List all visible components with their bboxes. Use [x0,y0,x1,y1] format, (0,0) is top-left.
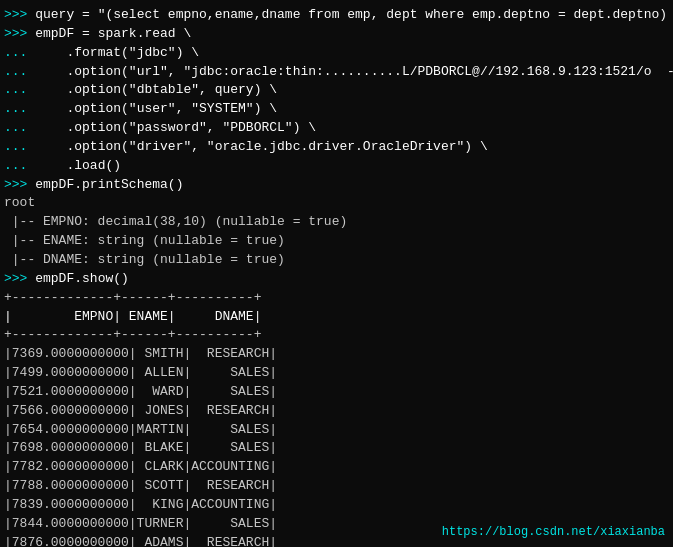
terminal-line: ... .option("driver", "oracle.jdbc.drive… [4,138,669,157]
terminal-line: >>> empDF.printSchema() [4,176,669,195]
terminal-line: ... .option("user", "SYSTEM") \ [4,100,669,119]
terminal-line: |-- ENAME: string (nullable = true) [4,232,669,251]
terminal-line: |7566.0000000000| JONES| RESEARCH| [4,402,669,421]
terminal-line: >>> empDF.show() [4,270,669,289]
terminal-line: |7782.0000000000| CLARK|ACCOUNTING| [4,458,669,477]
terminal-line: >>> query = "(select empno,ename,dname f… [4,6,669,25]
terminal-line: ... .option("dbtable", query) \ [4,81,669,100]
watermark: https://blog.csdn.net/xiaxianba [442,525,665,539]
terminal-line: | EMPNO| ENAME| DNAME| [4,308,669,327]
terminal-line: |-- EMPNO: decimal(38,10) (nullable = tr… [4,213,669,232]
terminal-line: ... .load() [4,157,669,176]
terminal-window: >>> query = "(select empno,ename,dname f… [0,0,673,547]
terminal-line: ... .option("url", "jdbc:oracle:thin:...… [4,63,669,82]
terminal-line: ... .option("password", "PDBORCL") \ [4,119,669,138]
terminal-line: +-------------+------+----------+ [4,326,669,345]
terminal-line: >>> empDF = spark.read \ [4,25,669,44]
terminal-line: |7369.0000000000| SMITH| RESEARCH| [4,345,669,364]
terminal-line: |7788.0000000000| SCOTT| RESEARCH| [4,477,669,496]
terminal-line: |7654.0000000000|MARTIN| SALES| [4,421,669,440]
terminal-line: |7499.0000000000| ALLEN| SALES| [4,364,669,383]
terminal-line: |7839.0000000000| KING|ACCOUNTING| [4,496,669,515]
terminal-line: +-------------+------+----------+ [4,289,669,308]
terminal-line: |-- DNAME: string (nullable = true) [4,251,669,270]
terminal-line: root [4,194,669,213]
terminal-line: |7698.0000000000| BLAKE| SALES| [4,439,669,458]
terminal-content: >>> query = "(select empno,ename,dname f… [4,6,669,547]
terminal-line: ... .format("jdbc") \ [4,44,669,63]
terminal-line: |7521.0000000000| WARD| SALES| [4,383,669,402]
